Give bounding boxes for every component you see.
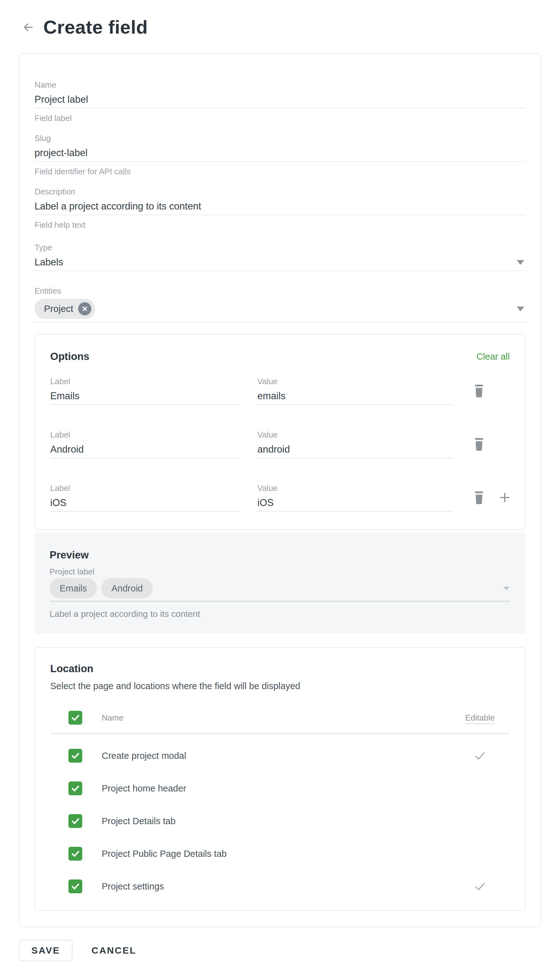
- location-row-name: Project settings: [82, 881, 450, 892]
- preview-select: Emails Android: [50, 578, 510, 601]
- location-row: Project home header: [50, 777, 510, 800]
- select-all-checkbox[interactable]: [68, 711, 82, 725]
- description-input[interactable]: Label a project according to its content: [35, 200, 525, 215]
- column-header-editable[interactable]: Editable: [465, 713, 495, 723]
- option-value-caption: Value: [257, 483, 453, 493]
- preview-title: Preview: [50, 549, 510, 561]
- location-subtitle: Select the page and locations where the …: [50, 681, 510, 691]
- name-helper: Field label: [35, 114, 525, 123]
- check-icon: [70, 751, 80, 761]
- location-panel: Location Select the page and locations w…: [35, 647, 525, 911]
- option-label-caption: Label: [50, 430, 240, 439]
- footer-actions: SAVE CANCEL: [19, 940, 541, 961]
- option-row: Label Emails Value emails: [50, 377, 510, 405]
- preview-panel: Preview Project label Emails Android Lab…: [35, 532, 525, 633]
- type-field: Type Labels: [35, 243, 525, 271]
- back-button[interactable]: [21, 20, 35, 34]
- location-row-name: Project home header: [82, 784, 450, 794]
- location-row: Project settings: [50, 875, 510, 898]
- location-checkbox[interactable]: [68, 814, 82, 828]
- slug-input[interactable]: project-label: [35, 147, 525, 162]
- option-value-input[interactable]: android: [257, 443, 453, 458]
- slug-field: Slug project-label Field identifier for …: [35, 134, 525, 176]
- cancel-button[interactable]: CANCEL: [91, 945, 136, 956]
- trash-icon: [472, 383, 486, 398]
- option-label-caption: Label: [50, 483, 240, 493]
- option-value-caption: Value: [257, 430, 453, 439]
- check-icon: [70, 713, 80, 723]
- description-helper: Field help text: [35, 220, 525, 230]
- save-button[interactable]: SAVE: [19, 940, 73, 961]
- entity-chip-label: Project: [44, 303, 73, 314]
- editable-check-icon: [473, 749, 487, 763]
- location-row: Project Details tab: [50, 810, 510, 832]
- option-label-caption: Label: [50, 377, 240, 386]
- option-row: Label iOS Value iOS: [50, 483, 510, 512]
- location-checkbox[interactable]: [68, 879, 82, 893]
- delete-option-button[interactable]: [472, 490, 486, 505]
- slug-label: Slug: [35, 134, 525, 143]
- location-row-name: Project Details tab: [82, 816, 450, 826]
- option-value-input[interactable]: emails: [257, 390, 453, 405]
- chevron-down-icon: [517, 307, 524, 311]
- name-input[interactable]: Project label: [35, 93, 525, 109]
- add-option-button[interactable]: [498, 491, 512, 505]
- entities-select[interactable]: Project: [35, 299, 525, 322]
- page-title: Create field: [43, 16, 148, 38]
- delete-option-button[interactable]: [472, 437, 486, 452]
- description-field: Description Label a project according to…: [35, 187, 525, 230]
- remove-entity-button[interactable]: [78, 302, 91, 315]
- location-row: Project Public Page Details tab: [50, 842, 510, 865]
- check-icon: [70, 849, 80, 859]
- location-checkbox[interactable]: [68, 782, 82, 795]
- option-value-caption: Value: [257, 377, 453, 386]
- location-checkbox[interactable]: [68, 847, 82, 860]
- location-row-name: Project Public Page Details tab: [82, 849, 450, 859]
- preview-chip: Emails: [50, 578, 97, 598]
- type-label: Type: [35, 243, 525, 252]
- back-arrow-icon: [22, 21, 35, 34]
- option-label-input[interactable]: iOS: [50, 496, 240, 512]
- preview-helper: Label a project according to its content: [50, 609, 510, 619]
- check-icon: [70, 881, 80, 891]
- chevron-down-icon: [517, 260, 524, 265]
- type-select[interactable]: Labels: [35, 256, 525, 271]
- options-title: Options: [50, 350, 90, 363]
- table-divider: [50, 733, 510, 734]
- chevron-down-icon: [503, 587, 509, 590]
- option-label-input[interactable]: Emails: [50, 390, 240, 405]
- location-row-name: Create project modal: [82, 751, 450, 761]
- check-icon: [70, 816, 80, 826]
- create-field-card: Name Project label Field label Slug proj…: [19, 53, 541, 927]
- type-select-value: Labels: [35, 256, 63, 269]
- column-header-name: Name: [82, 713, 450, 723]
- slug-helper: Field identifier for API calls: [35, 167, 525, 176]
- trash-icon: [472, 490, 486, 505]
- option-label-input[interactable]: Android: [50, 443, 240, 458]
- option-value-input[interactable]: iOS: [257, 496, 453, 512]
- option-row: Label Android Value android: [50, 430, 510, 458]
- clear-all-button[interactable]: Clear all: [477, 351, 510, 362]
- entities-label: Entities: [35, 286, 525, 296]
- options-panel: Options Clear all Label Emails Value ema…: [35, 334, 525, 530]
- location-title: Location: [50, 662, 510, 675]
- name-field: Name Project label Field label: [35, 80, 525, 123]
- close-icon: [81, 305, 88, 312]
- editable-check-icon: [473, 879, 487, 893]
- location-checkbox[interactable]: [68, 749, 82, 763]
- location-table-header: Name Editable: [50, 709, 510, 727]
- entities-field: Entities Project: [35, 286, 525, 322]
- name-label: Name: [35, 80, 525, 90]
- plus-icon: [498, 491, 512, 505]
- check-icon: [70, 784, 80, 794]
- entity-chip: Project: [35, 299, 95, 319]
- delete-option-button[interactable]: [472, 383, 486, 398]
- location-row: Create project modal: [50, 744, 510, 767]
- description-label: Description: [35, 187, 525, 196]
- preview-field-label: Project label: [50, 567, 510, 576]
- page-header: Create field: [0, 16, 560, 38]
- trash-icon: [472, 437, 486, 452]
- preview-chip: Android: [102, 578, 153, 598]
